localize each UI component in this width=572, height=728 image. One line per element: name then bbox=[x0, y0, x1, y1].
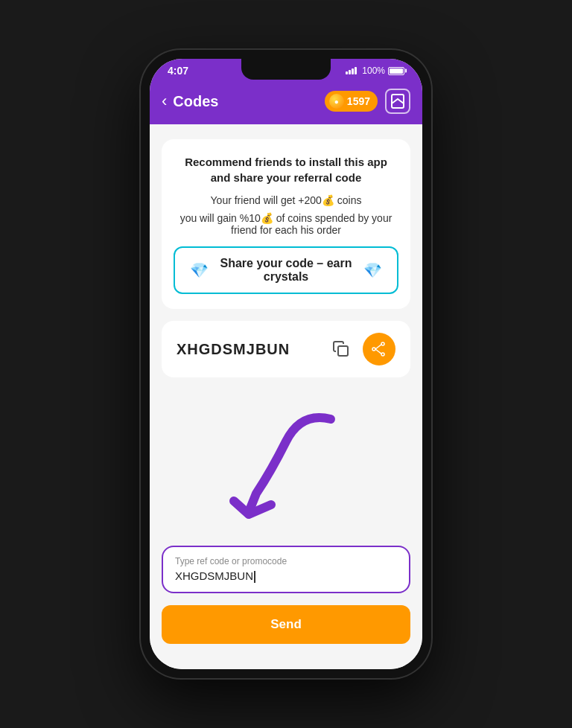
info-title: Recommend friends to install this app an… bbox=[174, 154, 398, 185]
info-card: Recommend friends to install this app an… bbox=[162, 139, 410, 309]
input-value: XHGDSMJBUN bbox=[175, 569, 397, 583]
coin-badge: ● 1597 bbox=[325, 91, 378, 112]
back-button[interactable]: ‹ bbox=[162, 92, 167, 111]
diamond-right-icon: 💎 bbox=[363, 261, 382, 279]
cursor bbox=[254, 571, 255, 583]
input-label: Type ref code or promocode bbox=[175, 556, 397, 566]
coin-amount: 1597 bbox=[347, 95, 370, 107]
send-button[interactable]: Send bbox=[162, 605, 410, 644]
notch bbox=[241, 59, 331, 80]
phone-frame: 4:07 100% ‹ Codes ● 1597 bbox=[141, 50, 431, 678]
share-banner: 💎 Share your code – earn crystals 💎 bbox=[174, 246, 398, 294]
code-card: XHGDSMJBUN bbox=[162, 321, 410, 377]
share-button[interactable] bbox=[363, 333, 395, 365]
bookmark-icon bbox=[391, 94, 404, 109]
coin-icon: ● bbox=[329, 94, 344, 109]
svg-point-2 bbox=[381, 342, 384, 345]
info-percent: you will gain %10💰 of coins spended by y… bbox=[174, 212, 398, 236]
share-icon bbox=[372, 342, 387, 357]
arrow-area bbox=[162, 389, 410, 538]
promo-input-section[interactable]: Type ref code or promocode XHGDSMJBUN bbox=[162, 546, 410, 593]
arrow-illustration bbox=[212, 397, 360, 531]
battery-icon bbox=[388, 67, 404, 75]
code-actions bbox=[327, 333, 395, 365]
svg-rect-1 bbox=[338, 346, 348, 356]
copy-icon bbox=[332, 340, 350, 358]
diamond-left-icon: 💎 bbox=[190, 261, 209, 279]
status-right: 100% bbox=[346, 66, 404, 76]
input-text: XHGDSMJBUN bbox=[175, 569, 253, 582]
share-banner-text: Share your code – earn crystals bbox=[216, 257, 356, 284]
referral-code: XHGDSMJBUN bbox=[177, 341, 290, 358]
phone-screen: 4:07 100% ‹ Codes ● 1597 bbox=[150, 59, 422, 669]
battery-fill bbox=[390, 68, 403, 74]
copy-button[interactable] bbox=[327, 335, 355, 363]
app-header: ‹ Codes ● 1597 bbox=[150, 81, 422, 124]
content-area: Recommend friends to install this app an… bbox=[150, 124, 422, 669]
page-title: Codes bbox=[173, 93, 325, 110]
signal-icon bbox=[346, 67, 357, 74]
battery-percent: 100% bbox=[362, 66, 385, 76]
info-coins: Your friend will get +200💰 coins bbox=[174, 194, 398, 206]
svg-point-3 bbox=[381, 353, 384, 356]
status-time: 4:07 bbox=[168, 65, 188, 77]
svg-line-6 bbox=[375, 349, 381, 354]
svg-point-4 bbox=[372, 348, 375, 351]
bookmark-button[interactable] bbox=[385, 89, 410, 114]
svg-line-5 bbox=[375, 345, 381, 349]
